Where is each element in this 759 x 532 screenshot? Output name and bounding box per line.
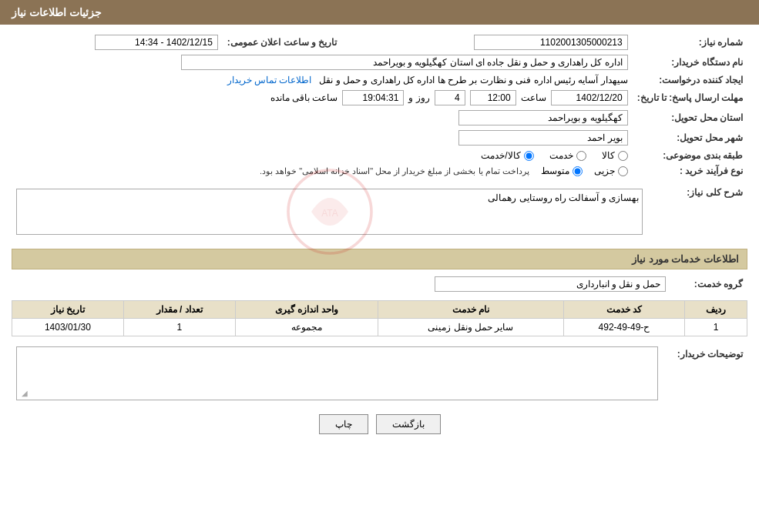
services-header-row: ردیف کد خدمت نام خدمت واحد اندازه گیری ت… xyxy=(12,301,747,319)
announce-date-input[interactable] xyxy=(95,35,218,50)
row-category: طبقه بندی موضوعی: کالا خدمت xyxy=(12,148,747,163)
row-buyer-description: توضیحات خریدار: ◢ xyxy=(12,344,747,403)
row-service-group: گروه خدمت: xyxy=(12,274,747,294)
category-kala-label: کالا xyxy=(602,150,615,161)
delivery-province-value xyxy=(12,108,633,128)
row-need-description: شرح کلی نیاز: ATA بهسازی و آسفالت راه رو… xyxy=(12,182,747,241)
buyer-description-label: توضیحات خریدار: xyxy=(663,344,747,403)
col-service-name: نام خدمت xyxy=(378,301,564,319)
buyer-description-value: ◢ xyxy=(12,344,663,403)
category-khedmat-label: خدمت xyxy=(549,150,573,161)
delivery-city-label: شهر محل تحویل: xyxy=(633,128,747,148)
delivery-province-input[interactable] xyxy=(458,110,628,125)
announce-date-value xyxy=(12,32,223,52)
deadline-days-input[interactable] xyxy=(435,90,465,105)
category-khedmat-radio[interactable] xyxy=(576,151,586,161)
requester-org-input[interactable] xyxy=(181,55,628,70)
category-khedmat-item: خدمت xyxy=(549,150,586,161)
services-table: ردیف کد خدمت نام خدمت واحد اندازه گیری ت… xyxy=(12,300,747,336)
buttons-row: بازگشت چاپ xyxy=(12,414,747,434)
category-kala-khedmat-radio[interactable] xyxy=(524,151,534,161)
process-jozii-item: جزیی xyxy=(594,166,628,176)
page-header: جزئیات اطلاعات نیاز xyxy=(0,0,759,25)
deadline-days-label: روز و xyxy=(408,92,429,103)
category-label: طبقه بندی موضوعی: xyxy=(633,148,747,163)
deadline-remaining-input[interactable] xyxy=(342,90,404,105)
need-number-input[interactable] xyxy=(474,35,628,50)
process-value: جزیی متوسط پرداخت تمام یا بخشی از مبلغ خ… xyxy=(12,163,633,179)
services-table-header: ردیف کد خدمت نام خدمت واحد اندازه گیری ت… xyxy=(12,301,747,319)
main-info-table: شماره نیاز: تاریخ و ساعت اعلان عمومی: نا… xyxy=(12,32,747,179)
description-container: ATA بهسازی و آسفالت راه روستایی رهمالی xyxy=(16,189,643,235)
announce-date-label: تاریخ و ساعت اعلان عمومی: xyxy=(223,32,341,52)
category-value: کالا خدمت کالا/خدمت xyxy=(12,148,633,163)
requester-org-value xyxy=(12,52,633,72)
deadline-date-input[interactable] xyxy=(551,90,628,105)
process-motavaset-radio[interactable] xyxy=(573,166,583,176)
service-group-table: گروه خدمت: xyxy=(12,274,747,294)
content-area: شماره نیاز: تاریخ و ساعت اعلان عمومی: نا… xyxy=(0,25,759,453)
deadline-label: مهلت ارسال پاسخ: تا تاریخ: xyxy=(633,88,747,108)
creator-value: سیهدار آسایه رئیس اداره فنی و نظارت بر ط… xyxy=(12,72,633,88)
category-kala-item: کالا xyxy=(602,150,628,161)
process-motavaset-item: متوسط xyxy=(541,166,583,176)
service-group-label: گروه خدمت: xyxy=(670,274,747,294)
row-delivery-province: استان محل تحویل: xyxy=(12,108,747,128)
creator-text: سیهدار آسایه رئیس اداره فنی و نظارت بر ط… xyxy=(319,75,627,85)
need-description-text: بهسازی و آسفالت راه روستایی رهمالی xyxy=(488,192,639,203)
deadline-time-label: ساعت xyxy=(521,92,546,103)
row-creator: ایجاد کننده درخواست: سیهدار آسایه رئیس ا… xyxy=(12,72,747,88)
need-description-label: شرح کلی نیاز: xyxy=(647,182,747,241)
services-section-title: اطلاعات خدمات مورد نیاز xyxy=(12,249,747,269)
deadline-value: ساعت روز و ساعت باقی مانده xyxy=(12,88,633,108)
row-deadline: مهلت ارسال پاسخ: تا تاریخ: ساعت روز و سا… xyxy=(12,88,747,108)
col-service-code: کد خدمت xyxy=(563,301,684,319)
col-unit: واحد اندازه گیری xyxy=(235,301,378,319)
page-wrapper: جزئیات اطلاعات نیاز شماره نیاز: تاریخ و … xyxy=(0,0,759,532)
page-title: جزئیات اطلاعات نیاز xyxy=(12,6,102,18)
buyer-description-table: توضیحات خریدار: ◢ xyxy=(12,344,747,403)
col-count: تعداد / مقدار xyxy=(123,301,235,319)
resize-icon: ◢ xyxy=(18,389,28,398)
service-group-input[interactable] xyxy=(435,276,666,292)
category-kala-khedmat-label: کالا/خدمت xyxy=(481,150,520,161)
process-motavaset-label: متوسط xyxy=(541,166,569,176)
delivery-city-value xyxy=(12,128,633,148)
need-number-label: شماره نیاز: xyxy=(633,32,747,52)
creator-label: ایجاد کننده درخواست: xyxy=(633,72,747,88)
need-description-value: ATA بهسازی و آسفالت راه روستایی رهمالی xyxy=(12,182,647,241)
deadline-remaining-label: ساعت باقی مانده xyxy=(270,92,338,103)
col-row-number: ردیف xyxy=(685,301,747,319)
service-group-value xyxy=(12,274,670,294)
process-note: پرداخت تمام یا بخشی از مبلغ خریدار از مح… xyxy=(260,166,529,176)
col-date: تاریخ نیاز xyxy=(12,301,124,319)
process-label: نوع فرآیند خرید : xyxy=(633,163,747,179)
row-process: نوع فرآیند خرید : جزیی متوسط پرداخت تمام… xyxy=(12,163,747,179)
delivery-city-input[interactable] xyxy=(458,130,628,146)
process-jozii-radio[interactable] xyxy=(618,166,628,176)
need-description-box: بهسازی و آسفالت راه روستایی رهمالی xyxy=(16,189,643,235)
category-kala-radio[interactable] xyxy=(618,151,628,161)
print-button[interactable]: چاپ xyxy=(319,414,368,434)
need-number-value xyxy=(372,32,632,52)
services-table-body: 1ح-49-49-492سایر حمل ونقل زمینیمجموعه114… xyxy=(12,319,747,336)
row-need-number: شماره نیاز: تاریخ و ساعت اعلان عمومی: xyxy=(12,32,747,52)
creator-link[interactable]: اطلاعات تماس خریدار xyxy=(227,75,312,85)
buyer-description-box: ◢ xyxy=(16,346,658,400)
delivery-province-label: استان محل تحویل: xyxy=(633,108,747,128)
back-button[interactable]: بازگشت xyxy=(376,414,441,434)
category-kala-khedmat-item: کالا/خدمت xyxy=(481,150,533,161)
deadline-time-input[interactable] xyxy=(470,90,516,105)
row-delivery-city: شهر محل تحویل: xyxy=(12,128,747,148)
table-row: 1ح-49-49-492سایر حمل ونقل زمینیمجموعه114… xyxy=(12,319,747,336)
requester-org-label: نام دستگاه خریدار: xyxy=(633,52,747,72)
description-table: شرح کلی نیاز: ATA بهسازی و آسفالت راه رو… xyxy=(12,182,747,241)
row-requester-org: نام دستگاه خریدار: xyxy=(12,52,747,72)
process-jozii-label: جزیی xyxy=(594,166,615,176)
